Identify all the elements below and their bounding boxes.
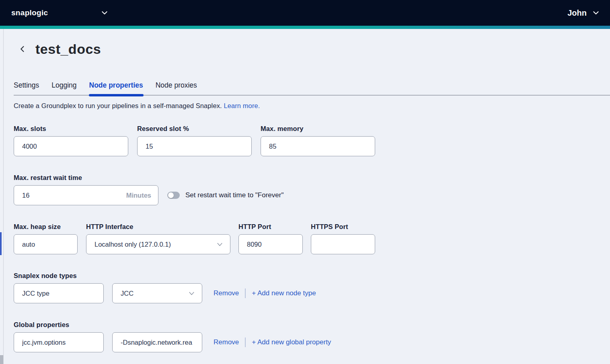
add-global-property-link[interactable]: + Add new global property [252,338,331,346]
global-property-row: Remove + Add new global property [14,332,610,352]
link-divider [245,288,246,298]
reserved-slot-label: Reserved slot % [137,125,252,133]
page-title: test_docs [35,39,101,59]
section-restart-wait: Max. restart wait time Minutes Set resta… [14,174,610,205]
node-type-key-input[interactable] [14,283,104,303]
left-scrollbar-thumb[interactable] [0,232,2,255]
link-divider [245,337,246,347]
http-interface-label: HTTP Interface [86,223,230,231]
section-network: Max. heap size HTTP Interface Localhost … [14,223,610,254]
max-memory-input[interactable] [261,136,375,156]
global-properties-label: Global properties [14,321,610,329]
max-slots-label: Max. slots [14,125,128,133]
http-interface-select[interactable]: Localhost only (127.0.0.1) [86,234,230,254]
user-dropdown-chevron-icon [592,9,600,16]
left-gutter-block [0,355,3,364]
tab-settings[interactable]: Settings [14,81,39,95]
intro-sentence: Create a Groundplex to run your pipeline… [14,102,222,109]
intro-text: Create a Groundplex to run your pipeline… [14,102,610,110]
toggle-knob [168,192,174,198]
topbar: snaplogic John [0,0,610,26]
node-type-value-select[interactable]: JCC [112,283,202,303]
section-node-types: Snaplex node types JCC Remove + Add new … [14,272,610,303]
node-type-row: JCC Remove + Add new node type [14,283,610,303]
tab-node-proxies[interactable]: Node proxies [156,81,197,95]
node-type-value: JCC [121,290,188,297]
user-menu[interactable]: John [567,8,600,18]
section-limits: Max. slots Reserved slot % Max. memory [14,125,610,156]
https-port-label: HTTPS Port [311,223,375,231]
section-global-properties: Global properties Remove + Add new globa… [14,321,610,352]
title-row: test_docs [14,29,610,59]
add-node-type-link[interactable]: + Add new node type [252,289,316,297]
max-restart-wait-label: Max. restart wait time [14,174,610,182]
forever-toggle-group: Set restart wait time to "Forever" [167,191,283,199]
reserved-slot-input[interactable] [137,136,252,156]
tab-node-properties[interactable]: Node properties [89,81,143,95]
max-heap-input[interactable] [14,234,78,254]
max-slots-input[interactable] [14,136,128,156]
forever-toggle[interactable] [167,192,180,199]
chevron-down-icon [216,241,224,248]
max-heap-label: Max. heap size [14,223,78,231]
back-button[interactable] [18,42,27,56]
max-restart-wait-input[interactable] [14,185,158,205]
teal-accent-bar [0,26,610,29]
http-port-label: HTTP Port [238,223,303,231]
forever-toggle-label: Set restart wait time to "Forever" [185,191,283,199]
learn-more-link[interactable]: Learn more. [224,102,260,109]
chevron-down-icon [188,290,195,297]
global-property-key-input[interactable] [14,332,104,352]
org-dropdown-chevron-icon[interactable] [101,9,108,16]
user-name: John [567,8,587,18]
https-port-input[interactable] [311,234,375,254]
global-property-value-input[interactable] [112,332,202,352]
snaplogic-logo: snaplogic [11,8,48,17]
node-types-label: Snaplex node types [14,272,610,280]
http-interface-value: Localhost only (127.0.0.1) [94,241,216,248]
http-port-input[interactable] [238,234,303,254]
tab-logging[interactable]: Logging [51,81,76,95]
tab-bar: Settings Logging Node properties Node pr… [14,81,610,96]
remove-node-type-link[interactable]: Remove [214,289,239,297]
max-memory-label: Max. memory [261,125,375,133]
main-panel: test_docs Settings Logging Node properti… [3,29,610,364]
remove-global-property-link[interactable]: Remove [214,338,239,346]
